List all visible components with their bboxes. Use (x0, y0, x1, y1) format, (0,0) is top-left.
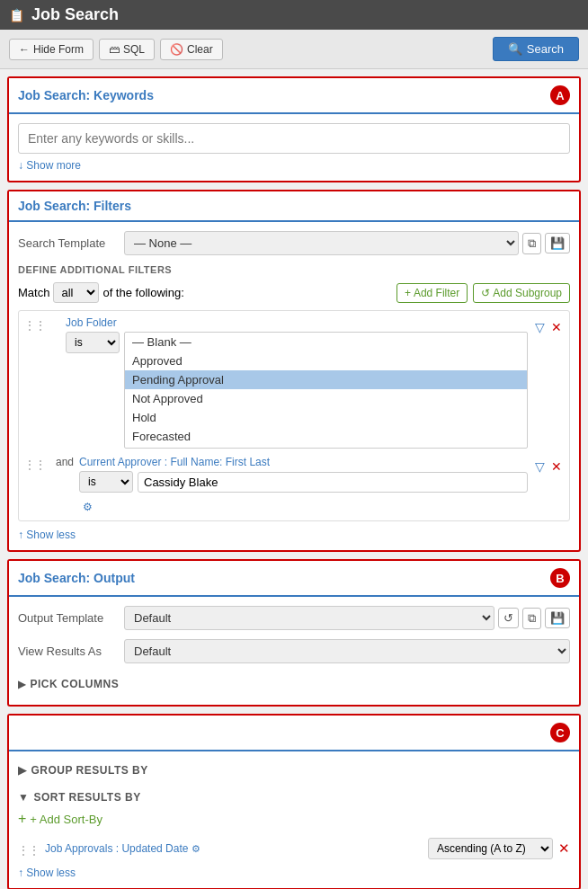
filters-title: Job Search: Filters (18, 199, 131, 213)
hide-form-button[interactable]: ← Hide Form (9, 39, 94, 60)
view-results-label: View Results As (18, 645, 117, 658)
sort-results-row[interactable]: ▼ SORT RESULTS BY (18, 787, 570, 807)
section-c-body: ▶ GROUP RESULTS BY ▼ SORT RESULTS BY + +… (9, 751, 579, 888)
plus-icon: + (405, 287, 411, 299)
title-icon: 📋 (9, 8, 24, 22)
match-bar-left: Match all any of the following: (18, 282, 184, 303)
dropdown-item-approved[interactable]: Approved (125, 351, 527, 370)
filter-2-delete-button[interactable]: ✕ (549, 458, 564, 476)
connector-and: and (51, 456, 74, 468)
output-header: Job Search: Output B (9, 561, 579, 597)
dropdown-item-hold[interactable]: Hold (125, 408, 527, 427)
dropdown-item-pending[interactable]: Pending Approval (125, 370, 527, 389)
filter-2-sub-icon-button[interactable]: ⚙ (81, 499, 94, 515)
sort-arrow-icon: ▼ (18, 791, 29, 804)
view-results-wrapper: Default (124, 639, 570, 663)
show-less-sort-link[interactable]: ↑ Show less (18, 867, 76, 879)
view-results-row: View Results As Default (18, 639, 570, 663)
group-sort-section: C ▶ GROUP RESULTS BY ▼ SORT RESULTS BY +… (7, 714, 581, 889)
add-filter-button[interactable]: + Add Filter (396, 283, 468, 303)
add-sort-icon: + (18, 811, 26, 827)
copy-template-button[interactable]: ⧉ (522, 233, 541, 254)
filter-2-funnel-button[interactable]: ▽ (533, 458, 547, 476)
pick-columns-row[interactable]: ▶ PICK COLUMNS (18, 672, 570, 696)
save-template-button[interactable]: 💾 (545, 233, 570, 253)
search-template-wrapper: — None — ⧉ 💾 (124, 231, 570, 255)
filter-2-operator[interactable]: is is not (79, 471, 133, 493)
sort-drag-handle[interactable]: ⋮⋮ (18, 841, 40, 857)
search-template-row: Search Template — None — ⧉ 💾 (18, 231, 570, 255)
filter-2-label: Current Approver : Full Name: First Last (79, 456, 528, 468)
sort-field-label: Job Approvals : Updated Date ⚙ (45, 842, 423, 855)
filters-body: Search Template — None — ⧉ 💾 DEFINE ADDI… (9, 222, 579, 550)
dropdown-item-closed-filled[interactable]: Closed (Filled) (125, 446, 527, 449)
filter-2-content: Current Approver : Full Name: First Last… (79, 456, 528, 515)
match-prefix: Match (18, 286, 49, 299)
pick-columns-label: PICK COLUMNS (31, 678, 120, 690)
toolbar: ← Hide Form 🗃 SQL 🚫 Clear 🔍 Search (0, 30, 588, 69)
copy-output-button[interactable]: ⧉ (522, 608, 541, 629)
output-badge: B (550, 568, 570, 588)
arrow-left-icon: ← (19, 43, 30, 56)
sort-row: ⋮⋮ Job Approvals : Updated Date ⚙ Ascend… (18, 838, 570, 859)
search-icon: 🔍 (508, 42, 522, 56)
filter-1-dropdown[interactable]: — Blank — Approved Pending Approval Not … (124, 332, 528, 449)
filter-1-funnel-button[interactable]: ▽ (533, 318, 547, 336)
filter-1-value-container: — Blank — Approved Pending Approval Not … (124, 332, 528, 449)
show-less-filters-link[interactable]: ↑ Show less (18, 529, 76, 541)
pick-columns-arrow: ▶ (18, 679, 26, 690)
sort-order-select[interactable]: Ascending (A to Z) Descending (Z to A) (428, 838, 553, 859)
keywords-title: Job Search: Keywords (18, 88, 154, 102)
clear-button[interactable]: 🚫 Clear (160, 39, 223, 60)
drag-handle-1[interactable]: ⋮⋮ (24, 316, 46, 332)
keywords-badge: A (550, 85, 570, 105)
output-template-select[interactable]: Default (124, 606, 494, 630)
title-bar: 📋 Job Search (0, 0, 588, 30)
search-button[interactable]: 🔍 Search (493, 37, 579, 61)
group-sort-badge: C (550, 723, 570, 742)
add-subgroup-button[interactable]: ↺ Add Subgroup (473, 283, 570, 303)
group-results-row[interactable]: ▶ GROUP RESULTS BY (18, 760, 570, 780)
filter-2-value[interactable] (138, 472, 528, 493)
sort-results-label: SORT RESULTS BY (33, 791, 140, 804)
filter-1-operator[interactable]: is is not (66, 332, 120, 353)
drag-handle-2[interactable]: ⋮⋮ (24, 456, 46, 471)
match-bar-right: + Add Filter ↺ Add Subgroup (396, 283, 570, 303)
toolbar-left: ← Hide Form 🗃 SQL 🚫 Clear (9, 39, 223, 60)
filters-section: Job Search: Filters Search Template — No… (7, 190, 581, 552)
match-suffix: of the following: (102, 286, 183, 299)
view-results-select[interactable]: Default (124, 639, 570, 663)
add-sort-button[interactable]: + + Add Sort-By (18, 807, 102, 831)
group-sort-header: C (9, 716, 579, 751)
refresh-output-button[interactable]: ↺ (498, 608, 519, 628)
sort-delete-button[interactable]: ✕ (558, 840, 570, 857)
show-more-link[interactable]: ↓ Show more (18, 159, 81, 172)
match-select[interactable]: all any (53, 282, 99, 303)
dropdown-item-blank[interactable]: — Blank — (125, 333, 527, 351)
output-template-wrapper: Default ↺ ⧉ 💾 (124, 606, 570, 630)
filter-1-delete-button[interactable]: ✕ (549, 318, 564, 336)
keywords-header: Job Search: Keywords A (9, 78, 579, 114)
filters-header: Job Search: Filters (9, 191, 579, 222)
group-results-label: GROUP RESULTS BY (31, 764, 148, 777)
output-title: Job Search: Output (18, 571, 135, 585)
keywords-section: Job Search: Keywords A ↓ Show more (7, 76, 581, 182)
keywords-input[interactable] (18, 123, 570, 154)
group-arrow-icon: ▶ (18, 764, 27, 777)
dropdown-item-forecasted[interactable]: Forecasted (125, 427, 527, 446)
search-template-select[interactable]: — None — (124, 231, 519, 255)
sql-icon: 🗃 (109, 43, 120, 56)
sort-field-icon: ⚙ (192, 843, 200, 855)
page-title: Job Search (31, 5, 119, 24)
output-template-row: Output Template Default ↺ ⧉ 💾 (18, 606, 570, 630)
dropdown-item-not-approved[interactable]: Not Approved (125, 389, 527, 408)
main-content: Job Search: Keywords A ↓ Show more Job S… (0, 69, 588, 889)
save-output-button[interactable]: 💾 (545, 608, 570, 628)
filter-row-job-folder: ⋮⋮ Job Folder is is not — Blank — (24, 316, 564, 449)
filters-container: ⋮⋮ Job Folder is is not — Blank — (18, 310, 570, 521)
sql-button[interactable]: 🗃 SQL (99, 39, 155, 60)
output-template-label: Output Template (18, 611, 117, 625)
filter-2-icons: ▽ ✕ (533, 456, 564, 476)
keywords-body: ↓ Show more (9, 114, 579, 181)
output-section: Job Search: Output B Output Template Def… (7, 559, 581, 707)
